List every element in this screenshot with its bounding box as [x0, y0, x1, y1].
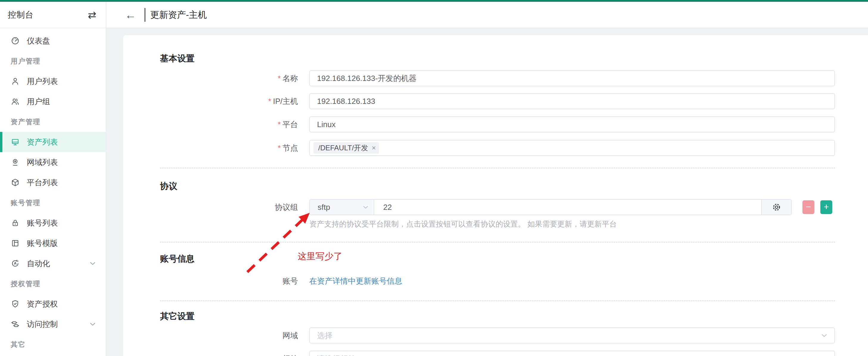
section-divider — [160, 242, 835, 243]
update-account-link[interactable]: 在资产详情中更新账号信息 — [309, 276, 402, 286]
sidebar-section-other: 其它 — [0, 334, 106, 355]
sidebar-item-label: 账号列表 — [27, 218, 97, 228]
domain-label: 网域 — [282, 331, 298, 340]
labels-label: 标签 — [282, 354, 298, 356]
domain-select[interactable] — [309, 327, 835, 344]
plug-icon — [11, 320, 20, 329]
remove-protocol-button[interactable]: − — [802, 200, 814, 214]
field-row-ip: *IP/主机 — [160, 93, 835, 109]
account-label: 账号 — [282, 277, 298, 285]
required-mark: * — [278, 143, 281, 152]
sidebar-item-access-control[interactable]: 访问控制 — [0, 314, 106, 334]
sidebar-item-label: 访问控制 — [27, 319, 89, 329]
sidebar-item-asset-permissions[interactable]: 资产授权 — [0, 294, 106, 314]
port-input[interactable] — [374, 200, 761, 215]
name-label: 名称 — [282, 74, 298, 83]
field-row-protocol-group: 协议组 sftp — [160, 199, 835, 215]
sidebar-menu: 仪表盘 用户管理 用户列表 用户组 资产管理 — [0, 28, 106, 356]
page-title: 更新资产-主机 — [145, 8, 207, 22]
chevron-down-icon — [362, 203, 370, 211]
chevron-down-icon — [89, 259, 97, 268]
sidebar-item-user-list[interactable]: 用户列表 — [0, 71, 106, 92]
sidebar-item-label: 网域列表 — [27, 157, 97, 168]
page-header: ← 更新资产-主机 — [106, 2, 868, 28]
shield-check-icon — [11, 299, 20, 308]
section-heading-protocol: 协议 — [160, 181, 835, 191]
sidebar-item-label: 平台列表 — [27, 177, 97, 188]
sidebar: 控制台 ⇄ 仪表盘 用户管理 用户列表 — [0, 2, 106, 356]
required-mark: * — [278, 74, 281, 83]
platform-label: 平台 — [282, 120, 298, 129]
sidebar-item-label: 用户组 — [27, 97, 97, 107]
users-icon — [11, 97, 20, 106]
content-area: 基本设置 *名称 *IP/主机 *平台 *节点 — [106, 28, 868, 356]
section-divider — [160, 168, 835, 169]
ip-input[interactable] — [309, 93, 835, 109]
ip-label: IP/主机 — [273, 97, 298, 106]
required-mark: * — [268, 97, 271, 106]
protocol-select[interactable]: sftp — [310, 200, 374, 215]
sidebar-section-assets: 资产管理 — [0, 112, 106, 132]
map-pin-icon — [11, 158, 20, 167]
sidebar-item-label: 资产列表 — [27, 137, 97, 147]
back-arrow-icon[interactable]: ← — [125, 9, 136, 21]
swap-arrows-icon[interactable]: ⇄ — [88, 10, 97, 20]
sidebar-item-label: 自动化 — [27, 258, 89, 269]
field-row-node: *节点 /DEFAULT/开发 × — [160, 140, 835, 156]
protocol-group-label: 协议组 — [275, 203, 298, 212]
sidebar-item-user-groups[interactable]: 用户组 — [0, 92, 106, 112]
platform-input[interactable] — [309, 116, 835, 133]
node-tag: /DEFAULT/开发 × — [313, 142, 379, 153]
sidebar-item-label: 仪表盘 — [27, 36, 97, 46]
node-label: 节点 — [282, 143, 298, 152]
form-card: 基本设置 *名称 *IP/主机 *平台 *节点 — [123, 35, 868, 356]
sidebar-item-domain-list[interactable]: 网域列表 — [0, 152, 106, 172]
section-heading-account: 账号信息 — [160, 253, 835, 264]
user-icon — [11, 77, 20, 86]
protocol-input-group: sftp — [309, 199, 792, 215]
name-input[interactable] — [309, 70, 835, 86]
sidebar-section-perms: 授权管理 — [0, 274, 106, 294]
node-tag-label: /DEFAULT/开发 — [318, 143, 368, 153]
sidebar-item-automation[interactable]: A 自动化 — [0, 253, 106, 274]
chevron-down-icon — [89, 320, 97, 328]
template-icon — [11, 239, 20, 248]
sidebar-item-dashboard[interactable]: 仪表盘 — [0, 31, 106, 51]
sidebar-item-account-templates[interactable]: 账号模版 — [0, 233, 106, 253]
close-icon[interactable]: × — [372, 144, 376, 151]
sidebar-item-label: 用户列表 — [27, 76, 97, 86]
field-row-domain: 网域 — [160, 327, 835, 344]
cube-icon — [11, 178, 20, 187]
sidebar-item-account-list[interactable]: 账号列表 — [0, 213, 106, 233]
lock-icon — [11, 218, 20, 227]
sidebar-item-label: 账号模版 — [27, 238, 97, 249]
protocol-helper-text: 资产支持的协议受平台限制，点击设置按钮可以查看协议的设置。 如果需要更新，请更新… — [309, 219, 835, 228]
protocol-settings-button[interactable] — [761, 200, 791, 215]
field-row-account: 账号 在资产详情中更新账号信息 — [160, 275, 835, 287]
add-protocol-button[interactable]: + — [820, 200, 832, 214]
console-title: 控制台 — [8, 9, 34, 21]
field-row-name: *名称 — [160, 70, 835, 86]
sidebar-section-accounts: 账号管理 — [0, 192, 106, 213]
required-mark: * — [278, 120, 281, 129]
section-heading-other: 其它设置 — [160, 311, 835, 321]
field-row-platform: *平台 — [160, 116, 835, 133]
svg-text:A: A — [14, 261, 17, 265]
sidebar-item-label: 资产授权 — [27, 299, 97, 309]
section-divider — [160, 300, 835, 301]
node-select[interactable]: /DEFAULT/开发 × — [309, 140, 835, 156]
sidebar-section-users: 用户管理 — [0, 51, 106, 71]
labels-select[interactable] — [309, 351, 835, 356]
red-note: 这里写少了 — [298, 250, 342, 262]
protocol-select-value: sftp — [318, 203, 330, 212]
automation-icon: A — [11, 259, 20, 268]
field-row-labels: 标签 — [160, 351, 835, 356]
server-icon — [11, 138, 20, 146]
section-heading-basic: 基本设置 — [160, 53, 835, 64]
sidebar-header: 控制台 ⇄ — [0, 2, 106, 28]
gear-icon — [771, 202, 782, 212]
dashboard-icon — [11, 36, 20, 45]
sidebar-item-platform-list[interactable]: 平台列表 — [0, 172, 106, 192]
sidebar-item-asset-list[interactable]: 资产列表 — [0, 132, 106, 152]
